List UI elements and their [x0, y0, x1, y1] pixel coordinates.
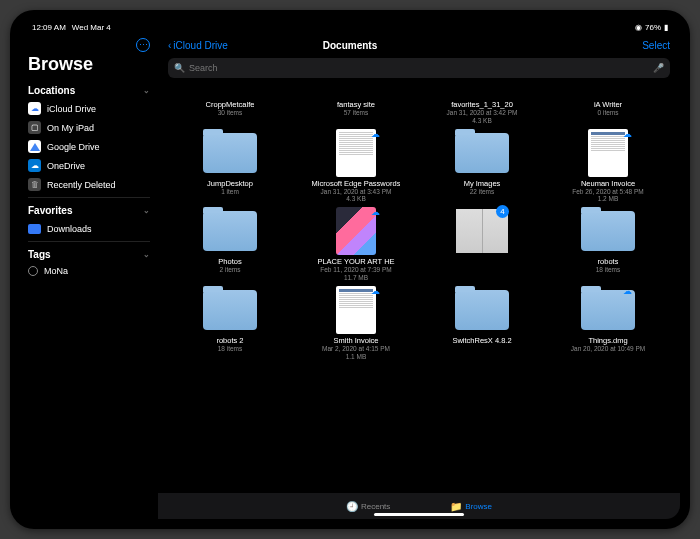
file-size: 1.2 MB [598, 195, 619, 203]
battery-icon: ▮ [664, 23, 668, 32]
file-meta: 22 items [470, 188, 495, 196]
cloud-download-icon: ☁ [622, 129, 633, 140]
cloud-download-icon: ☁ [370, 129, 381, 140]
more-icon[interactable]: ⋯ [136, 38, 150, 52]
file-name: Neuman Invoice [581, 179, 635, 188]
sidebar-item-gdrive[interactable]: Google Drive [28, 137, 150, 156]
chevron-down-icon: ⌄ [143, 250, 150, 259]
file-size: 1.1 MB [346, 353, 367, 361]
file-thumbnail [199, 207, 261, 255]
search-icon: 🔍 [174, 63, 185, 73]
file-item[interactable]: My Images22 items [424, 129, 540, 204]
file-thumbnail: ☁ [325, 286, 387, 334]
select-button[interactable]: Select [642, 40, 670, 51]
file-item[interactable]: ☁Microsoft Edge PasswordsJan 31, 2020 at… [298, 129, 414, 204]
file-meta: Jan 31, 2020 at 3:43 PM [321, 188, 392, 196]
file-item[interactable]: robots 218 items [172, 286, 288, 361]
file-name: Smith Invoice [333, 336, 378, 345]
page-title: Documents [323, 40, 377, 51]
file-item[interactable]: favorites_1_31_20Jan 31, 2020 at 3:42 PM… [424, 84, 540, 125]
file-meta: Jan 20, 2020 at 10:49 PM [571, 345, 645, 353]
search-bar[interactable]: 🔍 🎤 [168, 58, 670, 78]
ipad-icon: ▢ [28, 121, 41, 134]
file-thumbnail: ☁ [325, 129, 387, 177]
file-item[interactable]: CroppMetcalfe30 items [172, 84, 288, 125]
file-meta: Jan 31, 2020 at 3:42 PM [447, 109, 518, 117]
file-item[interactable]: 4 [424, 207, 540, 282]
clock-icon: 🕘 [346, 501, 358, 512]
sidebar-item-ipad[interactable]: ▢On My iPad [28, 118, 150, 137]
back-button[interactable]: ‹iCloud Drive [168, 40, 228, 51]
gdrive-icon [28, 140, 41, 153]
file-thumbnail: ☁ [325, 207, 387, 255]
mic-icon[interactable]: 🎤 [653, 63, 664, 73]
icloud-icon: ☁ [28, 102, 41, 115]
wifi-icon: ◉ [635, 23, 642, 32]
file-name: robots [598, 257, 619, 266]
file-item[interactable]: iA Writer0 items [550, 84, 666, 125]
file-item[interactable]: SwitchResX 4.8.2 [424, 286, 540, 361]
file-item[interactable]: Photos2 items [172, 207, 288, 282]
trash-icon: 🗑 [28, 178, 41, 191]
file-thumbnail [325, 84, 387, 98]
section-favorites[interactable]: Favorites ⌄ [28, 205, 150, 216]
file-name: Microsoft Edge Passwords [312, 179, 401, 188]
file-item[interactable]: JumpDesktop1 item [172, 129, 288, 204]
sidebar-item-tag[interactable]: MoNa [28, 263, 150, 279]
file-name: My Images [464, 179, 501, 188]
file-meta: 30 items [218, 109, 243, 117]
battery-percent: 76% [645, 23, 661, 32]
chevron-down-icon: ⌄ [143, 86, 150, 95]
file-meta: 2 items [220, 266, 241, 274]
section-tags[interactable]: Tags ⌄ [28, 249, 150, 260]
file-meta: 57 items [344, 109, 369, 117]
sidebar-item-trash[interactable]: 🗑Recently Deleted [28, 175, 150, 194]
status-time: 12:09 AM [32, 23, 66, 32]
section-locations[interactable]: Locations ⌄ [28, 85, 150, 96]
sidebar-item-icloud[interactable]: ☁iCloud Drive [28, 99, 150, 118]
cloud-download-icon: ☁ [622, 286, 633, 297]
file-thumbnail [199, 84, 261, 98]
file-item[interactable]: ☁Things.dmgJan 20, 2020 at 10:49 PM [550, 286, 666, 361]
file-item[interactable]: robots18 items [550, 207, 666, 282]
file-meta: Feb 11, 2020 at 7:39 PM [320, 266, 392, 274]
folder-icon [28, 222, 41, 235]
file-name: fantasy site [337, 100, 375, 109]
file-thumbnail [451, 84, 513, 98]
folder-icon: 📁 [450, 501, 462, 512]
file-thumbnail [451, 129, 513, 177]
file-name: iA Writer [594, 100, 622, 109]
sidebar: ⋯ Browse Locations ⌄ ☁iCloud Drive ▢On M… [20, 34, 158, 519]
file-item[interactable]: ☁PLACE YOUR ART HEFeb 11, 2020 at 7:39 P… [298, 207, 414, 282]
file-thumbnail [199, 286, 261, 334]
sidebar-item-downloads[interactable]: Downloads [28, 219, 150, 238]
sidebar-item-onedrive[interactable]: ☁OneDrive [28, 156, 150, 175]
main-panel: ‹iCloud Drive Documents Select 🔍 🎤 Cropp… [158, 34, 680, 519]
file-thumbnail: ☁ [577, 129, 639, 177]
chevron-down-icon: ⌄ [143, 206, 150, 215]
tab-browse[interactable]: 📁Browse [450, 501, 492, 512]
file-thumbnail: 4 [451, 207, 513, 255]
file-name: JumpDesktop [207, 179, 253, 188]
file-name: Things.dmg [588, 336, 627, 345]
file-name: robots 2 [216, 336, 243, 345]
tag-icon [28, 266, 38, 276]
home-indicator[interactable] [374, 513, 464, 516]
file-item[interactable]: ☁Smith InvoiceMar 2, 2020 at 4:15 PM1.1 … [298, 286, 414, 361]
tab-bar: 🕘Recents 📁Browse [158, 493, 680, 519]
file-name: Photos [218, 257, 241, 266]
file-thumbnail [577, 207, 639, 255]
status-bar: 12:09 AM Wed Mar 4 ◉ 76% ▮ [20, 20, 680, 34]
file-size: 11.7 MB [344, 274, 368, 282]
file-meta: 1 item [221, 188, 239, 196]
file-item[interactable]: ☁Neuman InvoiceFeb 26, 2020 at 5:48 PM1.… [550, 129, 666, 204]
file-meta: 18 items [596, 266, 621, 274]
file-item[interactable]: fantasy site57 items [298, 84, 414, 125]
search-input[interactable] [189, 63, 649, 73]
file-thumbnail [451, 286, 513, 334]
file-meta: Feb 26, 2020 at 5:48 PM [572, 188, 644, 196]
file-name: PLACE YOUR ART HE [317, 257, 394, 266]
file-thumbnail [199, 129, 261, 177]
file-size: 4.3 KB [472, 117, 492, 125]
tab-recents[interactable]: 🕘Recents [346, 501, 390, 512]
